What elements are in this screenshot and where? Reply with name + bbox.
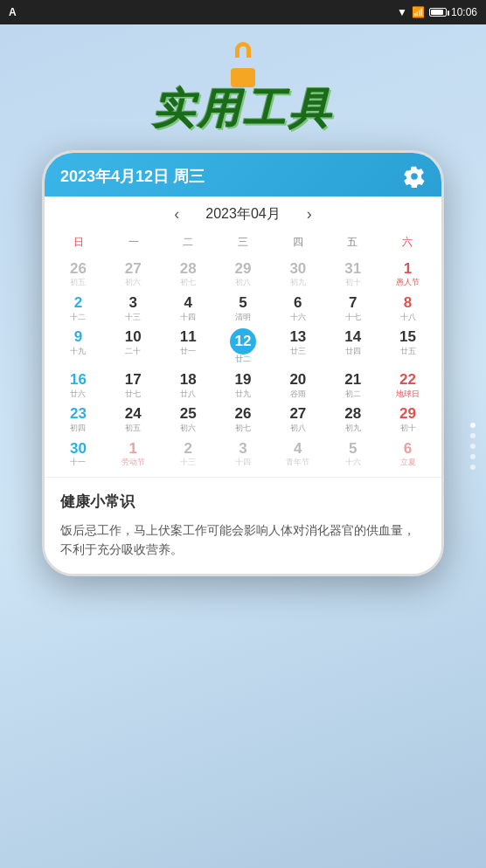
calendar-day[interactable]: 9十九 (52, 326, 105, 367)
calendar-day[interactable]: 29初八 (217, 258, 270, 290)
phone-mockup: 2023年4月12日 周三 ‹ 2023年04月 › 日 一 二 三 四 五 六… (42, 150, 444, 576)
next-month-button[interactable]: › (307, 205, 312, 224)
calendar-day[interactable]: 20谷雨 (271, 369, 324, 401)
weekday-thu: 四 (270, 232, 325, 252)
health-title: 健康小常识 (60, 492, 426, 512)
calendar-day[interactable]: 1愚人节 (381, 258, 434, 290)
calendar-day[interactable]: 18廿八 (162, 369, 215, 401)
calendar-header-date: 2023年4月12日 周三 (60, 166, 205, 187)
calendar-day[interactable]: 16廿六 (52, 369, 105, 401)
calendar-day[interactable]: 30初九 (271, 258, 324, 290)
calendar-day[interactable]: 24初五 (107, 403, 160, 435)
wifi-icon: ▼ (397, 6, 407, 18)
calendar-day[interactable]: 26初七 (217, 403, 270, 435)
calendar-day[interactable]: 21初二 (326, 369, 379, 401)
status-bar: A ▼ 📶 10:06 (0, 0, 486, 24)
calendar-day[interactable]: 26初五 (52, 258, 105, 290)
calendar-day[interactable]: 3十四 (217, 437, 270, 470)
calendar-day[interactable]: 25初六 (162, 403, 215, 435)
scroll-dot-3 (470, 444, 476, 449)
calendar-header: 2023年4月12日 周三 (45, 153, 441, 196)
calendar-day[interactable]: 3十三 (107, 292, 160, 324)
calendar-day[interactable]: 27初八 (271, 403, 324, 435)
calendar-day[interactable]: 27初六 (107, 258, 160, 290)
calendar-day[interactable]: 6十六 (271, 292, 324, 324)
calendar-day[interactable]: 2十三 (162, 437, 215, 470)
calendar-day[interactable]: 5清明 (217, 292, 270, 324)
weekday-fri: 五 (325, 232, 380, 252)
calendar-grid: 26初五27初六28初七29初八30初九31初十1愚人节2十二3十三4十四5清明… (45, 256, 441, 477)
weekday-tue: 二 (161, 232, 216, 252)
calendar-day[interactable]: 11廿一 (162, 326, 215, 367)
calendar-day[interactable]: 14廿四 (326, 326, 379, 367)
weekday-wed: 三 (216, 232, 271, 252)
signal-icon: 📶 (412, 6, 425, 18)
battery-icon (429, 8, 447, 17)
status-bar-right: ▼ 📶 10:06 (397, 6, 477, 18)
calendar-day[interactable]: 8十八 (381, 292, 434, 324)
app-background: 实用工具 2023年4月12日 周三 ‹ 2023年04月 › 日 一 二 三 … (0, 24, 486, 868)
weekday-headers: 日 一 二 三 四 五 六 (45, 229, 441, 256)
calendar-day[interactable]: 7十七 (326, 292, 379, 324)
calendar-day[interactable]: 12廿二 (217, 326, 270, 367)
settings-icon[interactable] (403, 165, 426, 188)
bottom-content: 健康小常识 饭后忌工作，马上伏案工作可能会影响人体对消化器官的供血量，不利于充分… (45, 477, 441, 574)
health-text: 饭后忌工作，马上伏案工作可能会影响人体对消化器官的供血量，不利于充分吸收营养。 (60, 520, 426, 560)
calendar-day[interactable]: 5十六 (326, 437, 379, 470)
lock-icon (226, 42, 260, 77)
calendar-day[interactable]: 1劳动节 (107, 437, 160, 470)
calendar-day[interactable]: 22地球日 (381, 369, 434, 401)
calendar-day[interactable]: 10二十 (107, 326, 160, 367)
calendar-day[interactable]: 28初七 (162, 258, 215, 290)
status-bar-app-label: A (9, 6, 17, 18)
scroll-dot-5 (470, 465, 476, 470)
app-title: 实用工具 (0, 81, 486, 137)
scroll-dot-4 (470, 454, 476, 459)
weekday-sat: 六 (379, 232, 434, 252)
weekday-sun: 日 (52, 232, 107, 252)
calendar-day[interactable]: 4青年节 (271, 437, 324, 470)
calendar-day[interactable]: 17廿七 (107, 369, 160, 401)
calendar-day[interactable]: 29初十 (381, 403, 434, 435)
calendar-day[interactable]: 6立夏 (381, 437, 434, 470)
prev-month-button[interactable]: ‹ (174, 205, 179, 224)
month-label: 2023年04月 (205, 205, 280, 224)
calendar-day[interactable]: 30十一 (52, 437, 105, 470)
calendar-day[interactable]: 28初九 (326, 403, 379, 435)
calendar-day[interactable]: 13廿三 (271, 326, 324, 367)
calendar-day[interactable]: 19廿九 (217, 369, 270, 401)
time-display: 10:06 (451, 6, 477, 18)
side-scroll-dots (470, 423, 476, 470)
scroll-dot-1 (470, 423, 476, 428)
title-area: 实用工具 (0, 24, 486, 150)
calendar-day[interactable]: 4十四 (162, 292, 215, 324)
calendar-day[interactable]: 2十二 (52, 292, 105, 324)
weekday-mon: 一 (107, 232, 162, 252)
calendar-day[interactable]: 23初四 (52, 403, 105, 435)
calendar-month-nav: ‹ 2023年04月 › (45, 196, 441, 229)
calendar-day[interactable]: 15廿五 (381, 326, 434, 367)
scroll-dot-2 (470, 433, 476, 438)
calendar-day[interactable]: 31初十 (326, 258, 379, 290)
